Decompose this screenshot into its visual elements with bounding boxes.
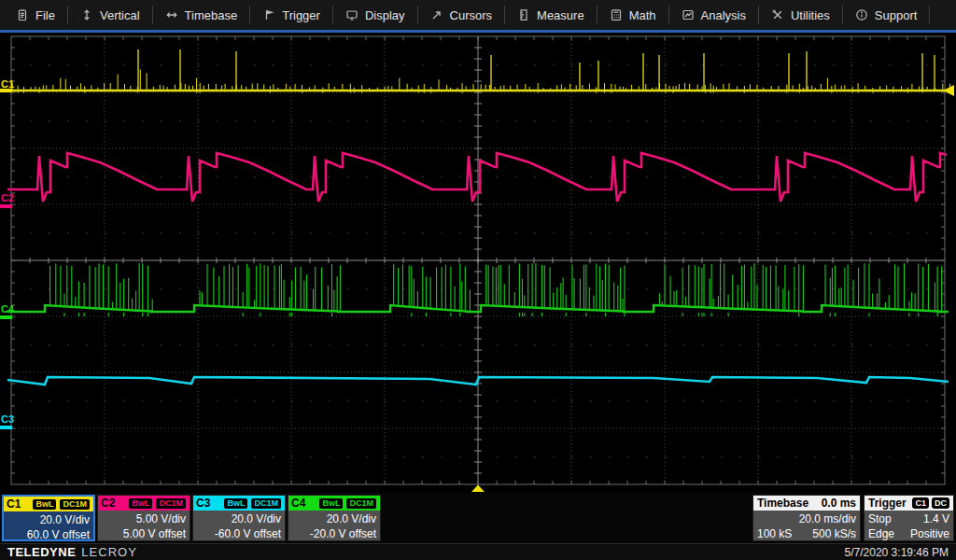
channel-id: C1 [7, 497, 21, 511]
coupling-badge: DC1M [345, 497, 377, 510]
volts-per-div: 20.0 V/div [7, 512, 90, 527]
graticule [11, 36, 945, 484]
menu-item-measure[interactable]: Measure [505, 0, 597, 30]
calculator-icon [610, 8, 623, 21]
channel-header: C4 BwLDC1M [288, 496, 380, 511]
channel-indicator-c2[interactable]: C2 [1, 193, 14, 203]
trend-chart-icon [682, 8, 695, 21]
channel-settings: 5.00 V/div 5.00 V offset [98, 511, 190, 541]
oscilloscope-screen: File Vertical Timebase Trigger Display C… [0, 0, 956, 560]
channel-descriptor-c4[interactable]: C4 BwLDC1M 20.0 V/div -20.0 V offset [288, 495, 381, 541]
timebase-delay: 0.0 ms [822, 497, 856, 510]
trigger-title: Trigger [868, 497, 907, 510]
trigger-flag-icon [262, 8, 275, 21]
sample-count: 100 kS [757, 526, 792, 541]
channel-indicator-c4[interactable]: C4 [1, 304, 14, 315]
channel-id: C3 [196, 497, 210, 510]
menu-item-display[interactable]: Display [333, 0, 417, 30]
menu-item-support[interactable]: Support [843, 0, 930, 30]
offset-value: 5.00 V offset [102, 526, 186, 541]
trigger-settings: Stop 1.4 V Edge Positive [865, 511, 953, 541]
channel-indicator-c3[interactable]: C3 [1, 414, 14, 425]
monitor-icon [345, 8, 358, 21]
info-icon [855, 8, 868, 21]
horizontal-arrows-icon [165, 8, 178, 21]
channel-settings: 20.0 V/div -20.0 V offset [288, 511, 380, 541]
bandwidth-limit-badge: BwL [318, 497, 344, 510]
c2-trace [7, 153, 947, 202]
tools-icon [771, 8, 784, 21]
menu-label: Support [875, 8, 918, 22]
trigger-type: Edge [868, 526, 894, 541]
offset-value: 60.0 V offset [7, 527, 90, 541]
channel-header: C3 BwLDC1M [193, 496, 285, 511]
ruler-icon [517, 8, 530, 21]
channel-header: C2 BwLDC1M [98, 496, 190, 511]
trigger-header: Trigger C1 DC [865, 496, 953, 511]
menu-label: Math [629, 8, 656, 22]
file-icon [16, 8, 29, 21]
channel-offset-marker-c2[interactable] [0, 204, 12, 208]
sample-rate: 500 kS/s [812, 526, 856, 541]
timebase-header: Timebase 0.0 ms [753, 496, 860, 511]
c1-trace [7, 49, 950, 93]
channel-id: C2 [101, 497, 115, 510]
menu-label: Vertical [100, 8, 140, 22]
brand-logo-secondary: LECROY [81, 545, 136, 559]
coupling-badge: DC1M [250, 497, 282, 510]
menu-item-cursors[interactable]: Cursors [418, 0, 505, 30]
waveform-display[interactable] [0, 33, 956, 493]
datetime-display: 5/7/2020 3:19:46 PM [845, 546, 949, 559]
trigger-coupling-badge: DC [932, 497, 949, 509]
bandwidth-limit-badge: BwL [128, 497, 153, 510]
menu-separator [929, 6, 930, 24]
menu-item-trigger[interactable]: Trigger [250, 0, 332, 30]
channel-descriptor-c3[interactable]: C3 BwLDC1M 20.0 V/div -60.0 V offset [192, 495, 286, 541]
channel-offset-marker-c4[interactable] [0, 315, 12, 319]
volts-per-div: 20.0 V/div [292, 511, 376, 526]
menu-bar: File Vertical Timebase Trigger Display C… [0, 0, 956, 30]
waveform-area[interactable]: C1C2C4C3 [0, 33, 956, 493]
menu-item-file[interactable]: File [4, 0, 67, 30]
menu-item-vertical[interactable]: Vertical [68, 0, 152, 30]
channel-header: C1 BwLDC1M [4, 497, 93, 511]
vertical-arrows-icon [80, 8, 93, 21]
trigger-slope: Positive [910, 526, 949, 541]
trigger-level: 1.4 V [923, 511, 949, 526]
menu-label: File [35, 8, 55, 22]
menu-label: Timebase [185, 8, 238, 22]
cursor-arrow-icon [430, 8, 443, 21]
trigger-time-marker[interactable] [471, 485, 485, 493]
volts-per-div: 5.00 V/div [102, 511, 186, 526]
menu-item-utilities[interactable]: Utilities [759, 0, 842, 30]
trigger-mode: Stop [868, 511, 892, 526]
volts-per-div: 20.0 V/div [197, 511, 281, 526]
status-bar: C1 BwLDC1M 20.0 V/div 60.0 V offset C2 B… [0, 493, 956, 543]
channel-offset-marker-c1[interactable] [0, 89, 12, 92]
coupling-badge: DC1M [59, 498, 91, 511]
menu-label: Display [365, 8, 405, 22]
coupling-badge: DC1M [155, 497, 187, 510]
channel-offset-marker-c3[interactable] [0, 426, 12, 429]
channel-settings: 20.0 V/div 60.0 V offset [4, 511, 93, 541]
channel-descriptor-c2[interactable]: C2 BwLDC1M 5.00 V/div 5.00 V offset [97, 495, 190, 541]
timebase-descriptor[interactable]: Timebase 0.0 ms 20.0 ms/div 100 kS 500 k… [752, 495, 861, 541]
menu-item-timebase[interactable]: Timebase [153, 0, 250, 30]
menu-label: Analysis [701, 8, 746, 22]
menu-label: Measure [537, 8, 584, 22]
menu-label: Cursors [450, 8, 493, 22]
menu-label: Utilities [791, 8, 830, 22]
timebase-settings: 20.0 ms/div 100 kS 500 kS/s [753, 511, 860, 541]
channel-descriptor-c1[interactable]: C1 BwLDC1M 20.0 V/div 60.0 V offset [2, 495, 95, 541]
footer-bar: TELEDYNE LECROY 5/7/2020 3:19:46 PM [0, 543, 956, 560]
channel-settings: 20.0 V/div -60.0 V offset [193, 511, 285, 541]
menu-item-math[interactable]: Math [598, 0, 668, 30]
offset-value: -60.0 V offset [197, 526, 281, 541]
trigger-source-badge: C1 [912, 497, 929, 509]
channel-id: C4 [291, 497, 305, 510]
bandwidth-limit-badge: BwL [223, 497, 248, 510]
brand-logo: TELEDYNE [7, 545, 76, 559]
offset-value: -20.0 V offset [292, 526, 376, 541]
menu-item-analysis[interactable]: Analysis [669, 0, 758, 30]
trigger-descriptor[interactable]: Trigger C1 DC Stop 1.4 V Edge Positive [864, 495, 954, 541]
